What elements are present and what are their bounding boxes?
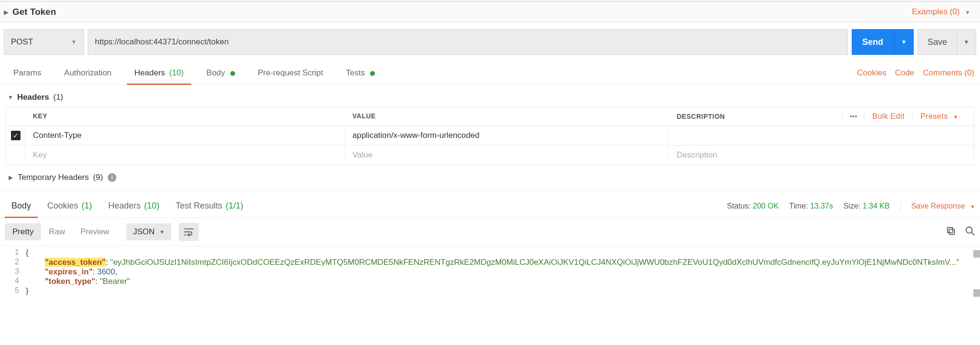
url-input[interactable] [95,30,841,54]
vertical-scrollbar[interactable] [972,246,980,301]
resp-tab-tests[interactable]: Test Results (1/1) [169,194,250,218]
scrollbar-thumb[interactable] [973,250,980,258]
new-key-input[interactable] [33,150,337,160]
request-right-links: Cookies Code Comments (0) [857,68,974,78]
time-value: 13.37s [810,202,833,210]
headers-table: KEY VALUE DESCRIPTION ••• Bulk Edit Pres… [6,107,974,165]
header-desc-cell[interactable] [669,126,974,145]
tab-headers-count: (10) [169,68,184,77]
send-dropdown[interactable]: ▼ [894,29,914,55]
temporary-headers-toggle[interactable]: ▶ Temporary Headers (9) i [0,165,980,190]
tab-params[interactable]: Params [6,62,49,84]
http-method-select[interactable]: POST ▼ [4,29,84,55]
svg-rect-1 [948,227,953,232]
resp-headers-count: (10) [144,201,159,210]
request-title-row: ▶ Get Token Examples (0) ▼ [0,2,980,22]
line-wrap-button[interactable] [179,223,199,241]
headers-section: ▼ Headers (1) KEY VALUE DESCRIPTION ••• … [0,85,980,165]
response-tabs: Body Cookies (1) Headers (10) Test Resul… [0,194,980,218]
time-label: Time: [789,202,808,210]
col-key-header: KEY [25,107,345,125]
json-string: "eyJhbGciOiJSUzI1NiIsImtpZCI6IjcxODdCOEE… [110,258,959,267]
search-icon[interactable] [965,226,975,239]
resp-tab-headers[interactable]: Headers (10) [102,194,166,218]
cookies-link[interactable]: Cookies [857,68,886,78]
code-link[interactable]: Code [895,68,915,78]
comments-link[interactable]: Comments (0) [923,68,974,78]
save-dropdown[interactable]: ▼ [957,30,976,54]
col-desc-header-wrap: DESCRIPTION ••• Bulk Edit Presets ▼ [669,107,974,125]
col-desc-header: DESCRIPTION [677,113,842,120]
response-toolbar: Pretty Raw Preview JSON ▼ [0,218,980,246]
json-key: "expires_in" [45,267,93,276]
scrollbar-thumb[interactable] [973,289,980,297]
view-mode-tabs: Pretty Raw Preview [5,223,117,240]
collapse-triangle-icon[interactable]: ▶ [4,9,9,16]
tab-tests-label: Tests [346,68,365,77]
tab-body-label: Body [206,68,225,77]
tab-tests[interactable]: Tests [339,62,382,84]
presets-dropdown[interactable]: Presets ▼ [912,112,966,121]
caret-down-icon: ▼ [159,229,165,235]
url-input-wrap[interactable] [88,29,848,55]
resp-cookies-count: (1) [82,201,92,210]
size-label: Size: [844,202,861,210]
info-icon[interactable]: i [108,173,116,182]
more-options-icon[interactable]: ••• [842,113,864,120]
svg-rect-0 [949,229,954,234]
tab-pre-request[interactable]: Pre-request Script [250,62,331,84]
headers-toggle[interactable]: ▼ Headers (1) [6,90,974,107]
resp-tab-cookies[interactable]: Cookies (1) [41,194,99,218]
header-key-cell[interactable]: Content-Type [25,126,345,145]
save-response-dropdown[interactable]: Save Response ▼ [911,202,975,210]
copy-icon[interactable] [946,226,956,239]
svg-point-2 [966,227,972,233]
save-button-group: Save ▼ [918,29,976,55]
examples-dropdown[interactable]: Examples (0) ▼ [912,7,970,17]
tab-headers-label: Headers [134,68,165,77]
request-builder-row: POST ▼ Send ▼ Save ▼ [0,22,980,62]
time-group: Time: 13.37s [789,202,833,210]
request-tabs: Params Authorization Headers (10) Body P… [0,62,980,85]
json-string: "Bearer" [100,277,130,286]
row-checkbox-cell[interactable]: ✓ [6,126,25,145]
bulk-edit-link[interactable]: Bulk Edit [864,112,912,121]
format-value: JSON [133,227,155,237]
new-value-input[interactable] [352,150,661,160]
tab-body[interactable]: Body [199,62,242,84]
caret-down-icon: ▼ [970,204,975,209]
save-button[interactable]: Save [918,30,957,54]
table-input-row [6,146,974,165]
table-row[interactable]: ✓ Content-Type application/x-www-form-ur… [6,126,974,146]
svg-line-3 [971,232,974,235]
view-preview[interactable]: Preview [72,223,116,240]
examples-label: Examples (0) [912,7,959,16]
caret-down-icon: ▼ [71,39,77,45]
new-desc-input[interactable] [677,150,966,160]
method-value: POST [11,37,33,47]
format-select[interactable]: JSON ▼ [126,223,171,240]
status-value: 200 OK [753,202,779,210]
send-button[interactable]: Send [852,29,894,55]
green-dot-icon [370,71,375,76]
header-value-cell[interactable]: application/x-www-form-urlencoded [345,126,669,145]
resp-tests-count: (1/1) [226,201,243,210]
triangle-down-icon: ▼ [8,94,13,101]
tab-authorization[interactable]: Authorization [57,62,119,84]
headers-table-head: KEY VALUE DESCRIPTION ••• Bulk Edit Pres… [6,107,974,126]
view-raw[interactable]: Raw [41,223,72,240]
json-key-highlight: "access_token" [45,258,106,267]
toolbar-right [946,226,975,239]
checkbox-checked-icon[interactable]: ✓ [11,131,21,140]
resp-tests-label: Test Results [175,201,222,210]
headers-count: (1) [53,93,63,102]
resp-tab-body[interactable]: Body [5,194,38,218]
tab-headers[interactable]: Headers (10) [127,62,191,84]
resp-cookies-label: Cookies [47,201,78,210]
code-text: } [26,286,29,295]
status-group: Status: 200 OK [727,202,779,210]
view-pretty[interactable]: Pretty [5,223,41,240]
response-body-viewer[interactable]: 1{ 2"access_token": "eyJhbGciOiJSUzI1NiI… [0,246,980,301]
separator [900,201,901,211]
temp-headers-count: (9) [93,173,103,182]
